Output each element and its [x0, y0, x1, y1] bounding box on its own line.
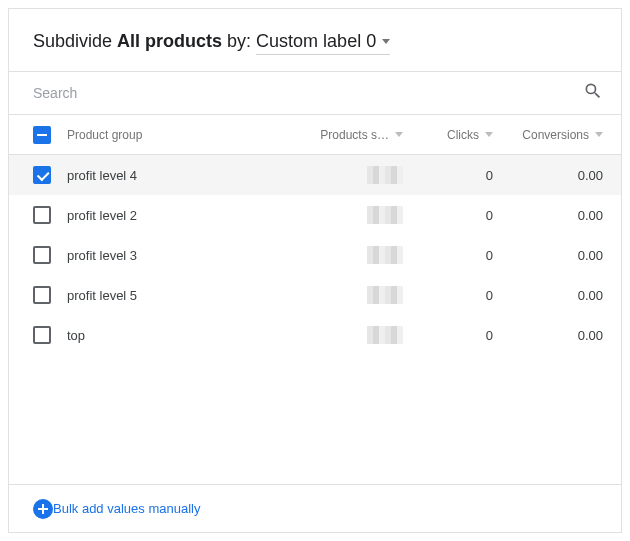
bulk-add-button[interactable]: Bulk add values manually [9, 484, 621, 532]
row-checkbox[interactable] [33, 166, 51, 184]
row-name: profit level 5 [67, 288, 293, 303]
row-conversions: 0.00 [493, 288, 603, 303]
search-input[interactable] [33, 85, 583, 101]
column-header-products-label: Products s… [320, 128, 389, 142]
row-checkbox[interactable] [33, 286, 51, 304]
row-conversions: 0.00 [493, 208, 603, 223]
column-header-clicks-label: Clicks [447, 128, 479, 142]
sort-icon [595, 132, 603, 137]
row-conversions: 0.00 [493, 328, 603, 343]
row-checkbox[interactable] [33, 206, 51, 224]
bulk-add-label: Bulk add values manually [53, 501, 200, 516]
row-clicks: 0 [403, 328, 493, 343]
column-header-conversions-label: Conversions [522, 128, 589, 142]
row-name: profit level 3 [67, 248, 293, 263]
panel-header: Subdivide All products by: Custom label … [9, 9, 621, 71]
table-row[interactable]: top00.00 [9, 315, 621, 355]
row-name: profit level 4 [67, 168, 293, 183]
sort-icon [485, 132, 493, 137]
column-header-products[interactable]: Products s… [293, 128, 403, 142]
header-emphasis: All products [117, 31, 222, 51]
select-all-checkbox[interactable] [33, 126, 51, 144]
sort-icon [395, 132, 403, 137]
plus-circle-icon [33, 499, 53, 519]
row-name: top [67, 328, 293, 343]
dropdown-value: Custom label 0 [256, 31, 376, 52]
column-header-name[interactable]: Product group [67, 128, 293, 142]
table-row[interactable]: profit level 500.00 [9, 275, 621, 315]
products-value-redacted [367, 206, 403, 224]
column-headers: Product group Products s… Clicks Convers… [9, 115, 621, 155]
products-value-redacted [367, 286, 403, 304]
row-checkbox[interactable] [33, 326, 51, 344]
column-header-name-label: Product group [67, 128, 142, 142]
chevron-down-icon [382, 39, 390, 44]
rows-container: profit level 400.00profit level 200.00pr… [9, 155, 621, 484]
table-row[interactable]: profit level 200.00 [9, 195, 621, 235]
search-icon[interactable] [583, 81, 603, 105]
products-value-redacted [367, 246, 403, 264]
row-checkbox[interactable] [33, 246, 51, 264]
row-name: profit level 2 [67, 208, 293, 223]
header-prefix: Subdivide [33, 31, 117, 51]
header-suffix: by: [222, 31, 256, 51]
subdivide-by-dropdown[interactable]: Custom label 0 [256, 31, 390, 55]
subdivide-panel: Subdivide All products by: Custom label … [8, 8, 622, 533]
column-header-clicks[interactable]: Clicks [403, 128, 493, 142]
column-header-conversions[interactable]: Conversions [493, 128, 603, 142]
products-value-redacted [367, 326, 403, 344]
row-clicks: 0 [403, 168, 493, 183]
row-clicks: 0 [403, 288, 493, 303]
row-clicks: 0 [403, 248, 493, 263]
table-row[interactable]: profit level 400.00 [9, 155, 621, 195]
products-value-redacted [367, 166, 403, 184]
row-conversions: 0.00 [493, 168, 603, 183]
search-row [9, 71, 621, 115]
row-conversions: 0.00 [493, 248, 603, 263]
table-row[interactable]: profit level 300.00 [9, 235, 621, 275]
row-clicks: 0 [403, 208, 493, 223]
